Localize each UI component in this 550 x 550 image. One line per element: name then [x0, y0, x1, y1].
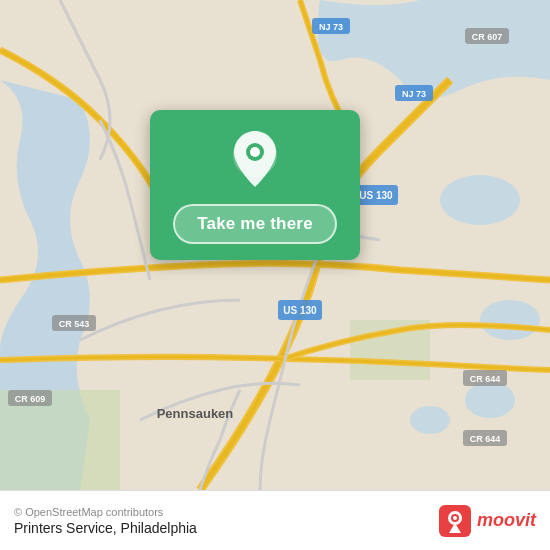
location-card: Take me there [150, 110, 360, 260]
svg-text:CR 644: CR 644 [470, 374, 501, 384]
location-name: Printers Service, Philadelphia [14, 520, 197, 536]
svg-text:CR 607: CR 607 [472, 32, 503, 42]
svg-point-3 [465, 382, 515, 418]
svg-text:US 130: US 130 [359, 190, 393, 201]
svg-point-2 [480, 300, 540, 340]
bottom-bar: © OpenStreetMap contributors Printers Se… [0, 490, 550, 550]
svg-text:NJ 73: NJ 73 [402, 89, 426, 99]
svg-point-4 [410, 406, 450, 434]
copyright-text: © OpenStreetMap contributors [14, 506, 197, 518]
svg-point-28 [250, 147, 260, 157]
map-container: NJ 73 NJ 73 CR 607 US 130 US 130 CR 543 … [0, 0, 550, 490]
svg-text:CR 644: CR 644 [470, 434, 501, 444]
moovit-icon [439, 505, 471, 537]
moovit-wordmark: moovit [477, 510, 536, 531]
svg-text:NJ 73: NJ 73 [319, 22, 343, 32]
svg-text:CR 609: CR 609 [15, 394, 46, 404]
svg-text:US 130: US 130 [283, 305, 317, 316]
svg-text:CR 543: CR 543 [59, 319, 90, 329]
moovit-logo[interactable]: moovit [439, 505, 536, 537]
bottom-info: © OpenStreetMap contributors Printers Se… [14, 506, 197, 536]
svg-point-32 [453, 516, 457, 520]
svg-text:Pennsauken: Pennsauken [157, 406, 234, 421]
pin-icon-wrap [225, 130, 285, 190]
svg-point-1 [440, 175, 520, 225]
take-me-there-button[interactable]: Take me there [173, 204, 337, 244]
location-pin-icon [229, 129, 281, 191]
